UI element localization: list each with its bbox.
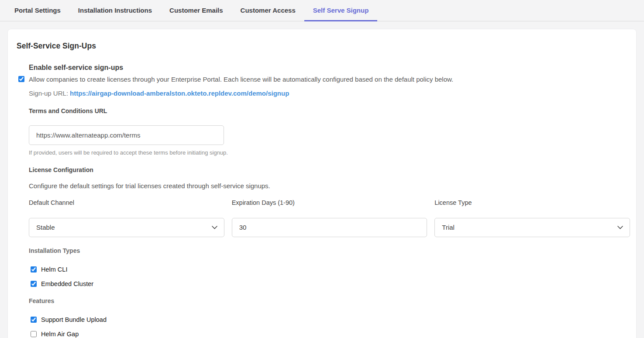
- expiration-days-label: Expiration Days (1-90): [232, 199, 427, 206]
- tab-installation-instructions[interactable]: Installation Instructions: [69, 0, 161, 21]
- enable-signups-heading: Enable self-service sign-ups: [29, 64, 627, 72]
- installation-type-helm-cli: Helm CLI: [31, 266, 627, 273]
- helm-air-gap-label: Helm Air Gap: [41, 331, 79, 338]
- license-type-label: License Type: [434, 199, 630, 206]
- tab-customer-access[interactable]: Customer Access: [232, 0, 304, 21]
- license-configuration-heading: License Configuration: [29, 166, 627, 173]
- terms-helper-text: If provided, users will be required to a…: [29, 149, 627, 156]
- enable-signups-checkbox[interactable]: [18, 76, 24, 82]
- license-configuration-description: Configure the default settings for trial…: [29, 182, 627, 190]
- default-channel-select[interactable]: Stable: [29, 218, 224, 237]
- features-label: Features: [29, 297, 627, 304]
- enable-signups-row: Allow companies to create licenses throu…: [18, 76, 627, 84]
- feature-support-bundle-upload: Support Bundle Upload: [31, 316, 627, 323]
- feature-helm-air-gap: Helm Air Gap: [31, 331, 627, 338]
- helm-cli-label: Helm CLI: [41, 266, 67, 273]
- installation-types-label: Installation Types: [29, 247, 627, 254]
- expiration-days-input[interactable]: [232, 218, 427, 237]
- page-title: Self-Service Sign-Ups: [17, 41, 627, 51]
- self-serve-signup-panel: Self-Service Sign-Ups Enable self-servic…: [7, 29, 637, 338]
- enable-signups-description: Allow companies to create licenses throu…: [29, 76, 453, 84]
- settings-tabbar: Portal Settings Installation Instruction…: [0, 0, 644, 21]
- terms-url-input[interactable]: [29, 125, 224, 145]
- helm-air-gap-checkbox[interactable]: [31, 331, 37, 337]
- installation-type-embedded-cluster: Embedded Cluster: [31, 280, 627, 287]
- tab-portal-settings[interactable]: Portal Settings: [6, 0, 69, 21]
- helm-cli-checkbox[interactable]: [31, 266, 37, 272]
- signup-url-link[interactable]: https://airgap-download-amberalston.okte…: [70, 90, 289, 97]
- license-config-grid: Default Channel Stable Expiration Days (…: [29, 199, 630, 237]
- embedded-cluster-checkbox[interactable]: [31, 281, 37, 287]
- tab-self-serve-signup[interactable]: Self Serve Signup: [304, 0, 378, 21]
- default-channel-label: Default Channel: [29, 199, 224, 206]
- license-type-select[interactable]: Trial: [434, 218, 630, 237]
- support-bundle-upload-label: Support Bundle Upload: [41, 316, 107, 323]
- terms-url-label: Terms and Conditions URL: [29, 107, 627, 114]
- tab-customer-emails[interactable]: Customer Emails: [161, 0, 232, 21]
- signup-url-line: Sign-up URL:https://airgap-download-ambe…: [29, 90, 627, 97]
- support-bundle-upload-checkbox[interactable]: [31, 317, 37, 323]
- signup-url-label: Sign-up URL:: [29, 90, 68, 97]
- embedded-cluster-label: Embedded Cluster: [41, 280, 93, 287]
